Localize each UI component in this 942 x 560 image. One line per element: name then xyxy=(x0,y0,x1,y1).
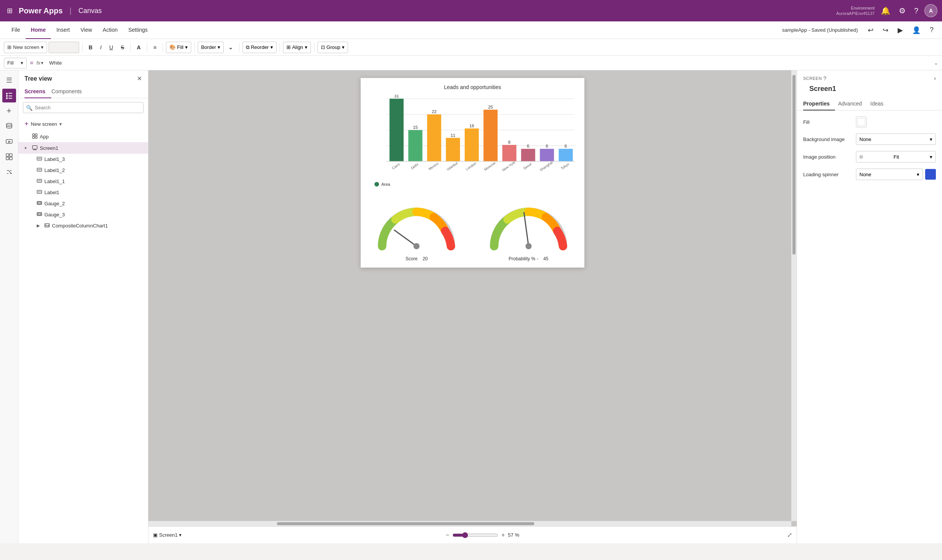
svg-text:16: 16 xyxy=(469,123,474,128)
user-icon[interactable]: 👤 xyxy=(910,24,923,37)
play-icon[interactable]: ▶ xyxy=(895,24,905,37)
tree-item-gauge2[interactable]: Gauge_2 xyxy=(18,198,148,209)
tree-item-screen1[interactable]: ▾ Screen1 ··· xyxy=(18,142,148,154)
image-position-dropdown[interactable]: ⊟ Fit ▾ xyxy=(856,151,936,162)
zoom-in-button[interactable]: + xyxy=(501,532,505,539)
svg-rect-16 xyxy=(35,136,37,138)
svg-text:15: 15 xyxy=(413,125,418,130)
group-dropdown[interactable]: ⊡ Group ▾ xyxy=(317,42,348,53)
help2-icon[interactable]: ? xyxy=(927,24,936,36)
font-selector[interactable] xyxy=(49,42,79,53)
formula-input[interactable] xyxy=(47,58,931,67)
property-selector[interactable]: Fill ▾ xyxy=(4,58,27,68)
gear-icon[interactable]: ⚙ xyxy=(896,4,908,18)
plus-icon: + xyxy=(24,120,29,128)
fill-color-box[interactable] xyxy=(856,117,867,127)
add-icon[interactable]: + xyxy=(2,104,16,118)
svg-text:31: 31 xyxy=(394,95,399,98)
image-position-icon: ⊟ xyxy=(859,154,863,159)
formula-expand-icon[interactable]: ⌄ xyxy=(934,60,938,66)
loading-spinner-color-swatch[interactable] xyxy=(925,169,936,180)
align-label: Align xyxy=(292,44,303,50)
svg-rect-52 xyxy=(483,110,498,161)
align-dropdown[interactable]: ⊞ Align ▾ xyxy=(283,42,311,53)
screen-selector[interactable]: ▣ Screen1 ▾ xyxy=(153,532,182,538)
help-icon[interactable]: ? xyxy=(912,4,921,18)
svg-rect-44 xyxy=(408,130,423,161)
redo-icon[interactable]: ↪ xyxy=(880,24,891,37)
menu-insert[interactable]: Insert xyxy=(51,21,75,39)
chevron-down-button[interactable]: ⌄ xyxy=(225,42,236,53)
tree-close-button[interactable]: ✕ xyxy=(137,75,142,82)
font-color-button[interactable]: A xyxy=(134,42,144,53)
fill-value xyxy=(856,117,936,127)
tree-view-icon[interactable] xyxy=(2,89,16,102)
svg-rect-58 xyxy=(540,149,554,161)
tree-item-app[interactable]: App xyxy=(18,131,148,142)
tab-components[interactable]: Components xyxy=(51,85,88,98)
horizontal-scrollbar[interactable] xyxy=(148,521,791,526)
components-icon[interactable] xyxy=(2,150,16,164)
tab-ideas[interactable]: Ideas xyxy=(870,97,889,110)
loading-spinner-dropdown[interactable]: None ▾ xyxy=(856,169,923,180)
align-chevron: ▾ xyxy=(305,44,307,50)
svg-text:11: 11 xyxy=(451,133,456,138)
topbar-divider: | xyxy=(70,6,72,15)
tab-properties[interactable]: Properties xyxy=(803,97,835,110)
svg-text:London: London xyxy=(465,161,477,171)
zoom-controls: − + 57 % xyxy=(446,532,523,539)
tree-tabs: Screens Components xyxy=(18,85,148,98)
tree-item-gauge3[interactable]: Gauge_3 xyxy=(18,209,148,220)
new-screen-button[interactable]: + New screen ▾ xyxy=(18,117,148,131)
svg-rect-60 xyxy=(559,149,573,161)
tree-item-label1[interactable]: Label1 xyxy=(18,187,148,198)
bold-button[interactable]: B xyxy=(86,42,96,53)
reorder-dropdown[interactable]: ⧉ Reorder ▾ xyxy=(242,42,277,53)
strikethrough-button[interactable]: S̶ xyxy=(118,42,127,53)
bell-icon[interactable]: 🔔 xyxy=(879,4,893,18)
canvas-area: Leads and opportunities 31 15 xyxy=(148,70,797,543)
svg-rect-4 xyxy=(8,96,12,96)
tab-screens[interactable]: Screens xyxy=(24,85,51,98)
zoom-slider[interactable] xyxy=(452,532,498,538)
search-input[interactable] xyxy=(23,102,143,113)
underline-button[interactable]: U xyxy=(106,42,116,53)
undo-icon[interactable]: ↩ xyxy=(866,24,876,37)
tab-advanced[interactable]: Advanced xyxy=(838,97,867,110)
menu-settings[interactable]: Settings xyxy=(123,21,153,39)
menu-view[interactable]: View xyxy=(75,21,97,39)
avatar[interactable]: A xyxy=(924,4,937,17)
menu-home[interactable]: Home xyxy=(26,21,51,39)
background-image-dropdown[interactable]: None ▾ xyxy=(856,133,936,145)
svg-text:Cairo: Cairo xyxy=(391,162,400,170)
tree-item-chart[interactable]: ▶ CompositeColumnChart1 xyxy=(18,220,148,231)
label1-2-text: Label1_2 xyxy=(44,167,142,173)
data-icon[interactable] xyxy=(2,119,16,133)
legend-dot xyxy=(374,182,379,187)
menu-action[interactable]: Action xyxy=(98,21,123,39)
chart-container: Leads and opportunities 31 15 xyxy=(361,78,584,193)
expand-button[interactable]: ⤢ xyxy=(787,531,792,539)
svg-rect-10 xyxy=(10,154,12,156)
menu-file[interactable]: File xyxy=(6,21,26,39)
italic-button[interactable]: I xyxy=(97,42,105,53)
props-expand-icon[interactable]: › xyxy=(934,75,936,82)
new-screen-button[interactable]: ⊞ New screen ▾ xyxy=(4,42,47,53)
screen-help-icon[interactable]: ? xyxy=(823,75,826,81)
grid-icon[interactable]: ⊞ xyxy=(5,4,15,17)
variables-icon[interactable] xyxy=(2,165,16,179)
align-icon: ⊞ xyxy=(286,44,291,50)
tree-item-label1-3[interactable]: Label1_3 xyxy=(18,154,148,165)
border-dropdown[interactable]: Border ▾ xyxy=(198,42,224,53)
screen-dropdown-icon: ▾ xyxy=(179,532,182,538)
zoom-out-button[interactable]: − xyxy=(446,532,449,539)
tree-item-label1-1[interactable]: Label1_1 xyxy=(18,176,148,187)
fill-dropdown[interactable]: 🎨 Fill ▾ xyxy=(166,42,191,53)
canvas-scroll[interactable]: Leads and opportunities 31 15 xyxy=(148,70,797,526)
tree-item-label1-2[interactable]: Label1_2 xyxy=(18,165,148,176)
vertical-scrollbar[interactable] xyxy=(791,70,797,521)
align-text-button[interactable]: ≡ xyxy=(150,42,159,53)
canvas-label: Canvas xyxy=(78,7,102,15)
media-icon[interactable] xyxy=(2,135,16,148)
hamburger-icon[interactable]: ☰ xyxy=(2,73,16,87)
